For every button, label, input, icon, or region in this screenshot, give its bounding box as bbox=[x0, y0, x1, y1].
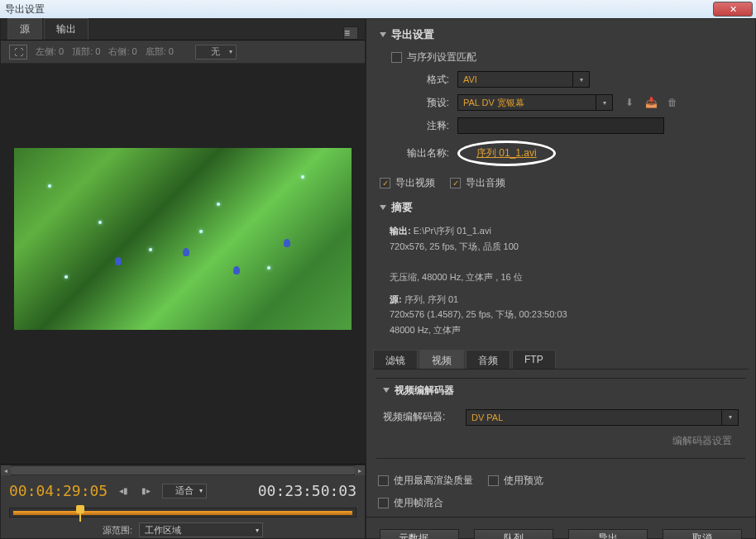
tab-filter[interactable]: 滤镜 bbox=[373, 350, 418, 369]
export-button[interactable]: 导出 bbox=[568, 529, 648, 539]
tab-output[interactable]: 输出 bbox=[44, 18, 89, 40]
codec-select[interactable]: DV PAL bbox=[466, 409, 722, 426]
max-render-quality-label: 使用最高渲染质量 bbox=[394, 474, 473, 488]
collapse-icon[interactable] bbox=[380, 32, 386, 37]
output-name-label: 输出名称: bbox=[366, 146, 457, 160]
window-title: 导出设置 bbox=[5, 2, 45, 17]
comment-input[interactable] bbox=[457, 117, 664, 134]
preview-viewport bbox=[1, 64, 365, 464]
codec-collapse-icon[interactable] bbox=[383, 388, 390, 393]
match-sequence-label: 与序列设置匹配 bbox=[407, 50, 476, 64]
settings-panel: 导出设置 与序列设置匹配 格式: AVI ▾ 预设: PAL DV 宽银幕 ▾ … bbox=[366, 18, 756, 539]
tab-source[interactable]: 源 bbox=[7, 18, 42, 40]
source-range-select[interactable]: 工作区域 bbox=[139, 522, 263, 537]
frame-blend-checkbox[interactable] bbox=[378, 498, 389, 508]
codec-dropdown-icon[interactable]: ▾ bbox=[722, 409, 739, 426]
import-preset-icon[interactable]: 📥 bbox=[644, 96, 658, 109]
use-preview-label: 使用预览 bbox=[504, 474, 543, 488]
summary-output: 输出: E:\Pr\序列 01_1.avi 720x576, 25 fps, 下… bbox=[366, 220, 755, 289]
step-fwd-icon[interactable]: ▮▸ bbox=[140, 486, 152, 495]
codec-section-title: 视频编解码器 bbox=[395, 384, 454, 398]
crop-tool-icon[interactable]: ⛶ bbox=[9, 45, 27, 60]
crop-top[interactable]: 顶部: 0 bbox=[72, 45, 100, 58]
summary-collapse-icon[interactable] bbox=[380, 205, 386, 210]
timeline-scrubber[interactable] bbox=[9, 508, 356, 518]
use-preview-checkbox[interactable] bbox=[488, 475, 499, 486]
panel-menu-icon[interactable]: ≡ bbox=[343, 26, 358, 40]
comment-label: 注释: bbox=[366, 119, 457, 133]
output-name-link[interactable]: 序列 01_1.avi bbox=[476, 147, 537, 159]
preview-panel: 源 输出 ≡ ⛶ 左侧: 0 顶部: 0 右侧: 0 底部: 0 无 bbox=[0, 18, 366, 539]
format-select[interactable]: AVI bbox=[457, 71, 573, 88]
current-timecode[interactable]: 00:04:29:05 bbox=[9, 482, 108, 499]
frame-blend-label: 使用帧混合 bbox=[394, 496, 443, 510]
max-render-quality-checkbox[interactable] bbox=[378, 475, 389, 486]
tab-audio[interactable]: 音频 bbox=[466, 350, 510, 369]
queue-button[interactable]: 队列 bbox=[474, 529, 553, 539]
export-settings-title: 导出设置 bbox=[391, 27, 434, 42]
codec-label: 视频编解码器: bbox=[383, 410, 466, 424]
close-button[interactable]: ✕ bbox=[713, 2, 753, 17]
preview-image bbox=[14, 148, 352, 330]
export-video-label: 导出视频 bbox=[395, 176, 435, 190]
save-preset-icon[interactable]: ⬇ bbox=[623, 96, 636, 109]
source-range-label: 源范围: bbox=[103, 524, 132, 537]
export-audio-label: 导出音频 bbox=[466, 176, 505, 190]
tab-ftp[interactable]: FTP bbox=[512, 350, 556, 369]
playhead-icon[interactable] bbox=[76, 505, 84, 518]
crop-left[interactable]: 左侧: 0 bbox=[36, 45, 64, 58]
preset-select[interactable]: PAL DV 宽银幕 bbox=[457, 94, 596, 111]
summary-source: 源: 序列, 序列 01 720x576 (1.4587), 25 fps, 下… bbox=[366, 289, 755, 341]
duration-timecode: 00:23:50:03 bbox=[258, 482, 356, 499]
crop-bottom[interactable]: 底部: 0 bbox=[146, 45, 174, 58]
export-audio-checkbox[interactable]: ✓ bbox=[450, 178, 461, 188]
match-sequence-checkbox[interactable] bbox=[391, 52, 402, 63]
preset-label: 预设: bbox=[366, 96, 457, 110]
delete-preset-icon[interactable]: 🗑 bbox=[666, 96, 679, 109]
metadata-button[interactable]: 元数据 ... bbox=[380, 529, 459, 539]
cancel-button[interactable]: 取消 bbox=[663, 529, 742, 539]
tab-video[interactable]: 视频 bbox=[419, 350, 464, 369]
format-label: 格式: bbox=[366, 73, 457, 87]
preset-dropdown-icon[interactable]: ▾ bbox=[596, 94, 613, 111]
export-video-checkbox[interactable]: ✓ bbox=[380, 178, 390, 188]
crop-aspect-select[interactable]: 无 bbox=[195, 45, 237, 60]
codec-settings-button[interactable]: 编解码器设置 bbox=[376, 432, 745, 459]
step-back-icon[interactable]: ◂▮ bbox=[117, 486, 130, 495]
summary-title: 摘要 bbox=[391, 200, 413, 215]
crop-right[interactable]: 右侧: 0 bbox=[108, 45, 136, 58]
format-dropdown-icon[interactable]: ▾ bbox=[573, 71, 590, 88]
zoom-fit-select[interactable]: 适合 bbox=[162, 484, 207, 498]
preview-h-scrollbar[interactable]: ◂ ▸ bbox=[1, 464, 365, 475]
